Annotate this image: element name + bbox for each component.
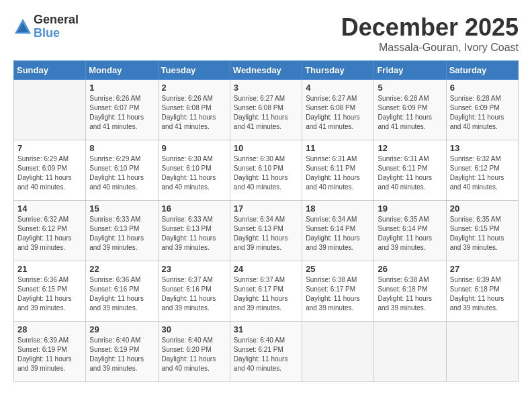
calendar-cell: 21Sunrise: 6:36 AM Sunset: 6:15 PM Dayli… <box>14 261 86 322</box>
calendar-cell <box>14 80 86 140</box>
day-number: 17 <box>234 203 298 214</box>
calendar-cell: 16Sunrise: 6:33 AM Sunset: 6:13 PM Dayli… <box>158 201 230 261</box>
day-number: 31 <box>234 324 298 334</box>
day-info: Sunrise: 6:31 AM Sunset: 6:11 PM Dayligh… <box>378 154 442 192</box>
calendar-cell <box>374 322 446 382</box>
weekday-header-cell: Thursday <box>302 61 374 80</box>
location-title: Massala-Gouran, Ivory Coast <box>341 42 519 54</box>
calendar-cell: 30Sunrise: 6:40 AM Sunset: 6:20 PM Dayli… <box>158 322 230 382</box>
calendar-cell: 11Sunrise: 6:31 AM Sunset: 6:11 PM Dayli… <box>302 140 374 201</box>
day-info: Sunrise: 6:28 AM Sunset: 6:09 PM Dayligh… <box>378 94 442 132</box>
calendar-cell: 7Sunrise: 6:29 AM Sunset: 6:09 PM Daylig… <box>14 140 86 201</box>
calendar-cell: 22Sunrise: 6:36 AM Sunset: 6:16 PM Dayli… <box>86 261 158 322</box>
day-info: Sunrise: 6:33 AM Sunset: 6:13 PM Dayligh… <box>89 215 154 253</box>
day-number: 3 <box>234 83 298 93</box>
calendar-cell: 18Sunrise: 6:34 AM Sunset: 6:14 PM Dayli… <box>302 201 374 261</box>
calendar-week-row: 21Sunrise: 6:36 AM Sunset: 6:15 PM Dayli… <box>14 261 519 322</box>
day-number: 20 <box>450 203 515 214</box>
calendar-cell: 14Sunrise: 6:32 AM Sunset: 6:12 PM Dayli… <box>14 201 86 261</box>
day-info: Sunrise: 6:34 AM Sunset: 6:13 PM Dayligh… <box>234 215 298 253</box>
calendar-cell: 13Sunrise: 6:32 AM Sunset: 6:12 PM Dayli… <box>446 140 518 201</box>
day-number: 28 <box>17 324 82 334</box>
weekday-header-cell: Tuesday <box>158 61 230 80</box>
day-number: 21 <box>17 264 82 274</box>
day-number: 27 <box>450 264 515 274</box>
calendar-cell: 28Sunrise: 6:39 AM Sunset: 6:19 PM Dayli… <box>14 322 86 382</box>
day-number: 12 <box>378 143 442 153</box>
calendar-cell: 23Sunrise: 6:37 AM Sunset: 6:16 PM Dayli… <box>158 261 230 322</box>
day-number: 23 <box>162 264 226 274</box>
day-number: 22 <box>89 264 154 274</box>
day-info: Sunrise: 6:28 AM Sunset: 6:09 PM Dayligh… <box>450 94 515 132</box>
month-title: December 2025 <box>341 13 519 42</box>
weekday-header-cell: Saturday <box>446 61 518 80</box>
day-info: Sunrise: 6:36 AM Sunset: 6:15 PM Dayligh… <box>17 275 82 313</box>
calendar-cell: 31Sunrise: 6:40 AM Sunset: 6:21 PM Dayli… <box>230 322 302 382</box>
weekday-header-cell: Sunday <box>14 61 86 80</box>
day-number: 5 <box>378 83 442 93</box>
day-number: 18 <box>306 203 370 214</box>
day-number: 11 <box>306 143 370 153</box>
page-header: General Blue December 2025 Massala-Goura… <box>13 13 519 54</box>
day-info: Sunrise: 6:30 AM Sunset: 6:10 PM Dayligh… <box>234 154 298 192</box>
calendar-cell: 26Sunrise: 6:38 AM Sunset: 6:18 PM Dayli… <box>374 261 446 322</box>
calendar-week-row: 1Sunrise: 6:26 AM Sunset: 6:07 PM Daylig… <box>14 80 519 140</box>
calendar-body: 1Sunrise: 6:26 AM Sunset: 6:07 PM Daylig… <box>14 80 519 382</box>
calendar-cell: 3Sunrise: 6:27 AM Sunset: 6:08 PM Daylig… <box>230 80 302 140</box>
logo: General Blue <box>13 13 79 40</box>
calendar-cell: 15Sunrise: 6:33 AM Sunset: 6:13 PM Dayli… <box>86 201 158 261</box>
calendar-cell: 1Sunrise: 6:26 AM Sunset: 6:07 PM Daylig… <box>86 80 158 140</box>
logo-text: General Blue <box>34 13 79 40</box>
day-info: Sunrise: 6:34 AM Sunset: 6:14 PM Dayligh… <box>306 215 370 253</box>
day-info: Sunrise: 6:32 AM Sunset: 6:12 PM Dayligh… <box>450 154 515 192</box>
calendar-cell: 8Sunrise: 6:29 AM Sunset: 6:10 PM Daylig… <box>86 140 158 201</box>
calendar-table: SundayMondayTuesdayWednesdayThursdayFrid… <box>13 60 519 382</box>
day-number: 30 <box>162 324 226 334</box>
day-number: 4 <box>306 83 370 93</box>
calendar-cell: 5Sunrise: 6:28 AM Sunset: 6:09 PM Daylig… <box>374 80 446 140</box>
day-info: Sunrise: 6:35 AM Sunset: 6:14 PM Dayligh… <box>378 215 442 253</box>
day-info: Sunrise: 6:40 AM Sunset: 6:21 PM Dayligh… <box>234 336 298 373</box>
logo-blue: Blue <box>34 27 79 40</box>
day-number: 25 <box>306 264 370 274</box>
day-number: 19 <box>378 203 442 214</box>
day-number: 1 <box>89 83 154 93</box>
day-number: 7 <box>17 143 82 153</box>
day-number: 6 <box>450 83 515 93</box>
day-info: Sunrise: 6:37 AM Sunset: 6:17 PM Dayligh… <box>234 275 298 313</box>
day-number: 26 <box>378 264 442 274</box>
day-info: Sunrise: 6:27 AM Sunset: 6:08 PM Dayligh… <box>306 94 370 132</box>
calendar-cell: 20Sunrise: 6:35 AM Sunset: 6:15 PM Dayli… <box>446 201 518 261</box>
day-info: Sunrise: 6:38 AM Sunset: 6:18 PM Dayligh… <box>378 275 442 313</box>
calendar-cell <box>446 322 518 382</box>
calendar-week-row: 28Sunrise: 6:39 AM Sunset: 6:19 PM Dayli… <box>14 322 519 382</box>
day-info: Sunrise: 6:40 AM Sunset: 6:19 PM Dayligh… <box>89 336 154 373</box>
day-number: 14 <box>17 203 82 214</box>
day-info: Sunrise: 6:27 AM Sunset: 6:08 PM Dayligh… <box>234 94 298 132</box>
calendar-cell: 12Sunrise: 6:31 AM Sunset: 6:11 PM Dayli… <box>374 140 446 201</box>
day-info: Sunrise: 6:26 AM Sunset: 6:08 PM Dayligh… <box>162 94 226 132</box>
day-number: 29 <box>89 324 154 334</box>
calendar-cell: 9Sunrise: 6:30 AM Sunset: 6:10 PM Daylig… <box>158 140 230 201</box>
day-info: Sunrise: 6:39 AM Sunset: 6:19 PM Dayligh… <box>17 336 82 373</box>
day-info: Sunrise: 6:38 AM Sunset: 6:17 PM Dayligh… <box>306 275 370 313</box>
day-number: 24 <box>234 264 298 274</box>
logo-icon <box>13 17 32 36</box>
day-info: Sunrise: 6:40 AM Sunset: 6:20 PM Dayligh… <box>162 336 226 373</box>
calendar-cell: 25Sunrise: 6:38 AM Sunset: 6:17 PM Dayli… <box>302 261 374 322</box>
calendar-cell: 2Sunrise: 6:26 AM Sunset: 6:08 PM Daylig… <box>158 80 230 140</box>
day-info: Sunrise: 6:30 AM Sunset: 6:10 PM Dayligh… <box>162 154 226 192</box>
day-info: Sunrise: 6:32 AM Sunset: 6:12 PM Dayligh… <box>17 215 82 253</box>
weekday-header-cell: Monday <box>86 61 158 80</box>
weekday-header-row: SundayMondayTuesdayWednesdayThursdayFrid… <box>14 61 519 80</box>
day-info: Sunrise: 6:35 AM Sunset: 6:15 PM Dayligh… <box>450 215 515 253</box>
day-number: 13 <box>450 143 515 153</box>
day-number: 8 <box>89 143 154 153</box>
calendar-cell: 4Sunrise: 6:27 AM Sunset: 6:08 PM Daylig… <box>302 80 374 140</box>
calendar-cell: 29Sunrise: 6:40 AM Sunset: 6:19 PM Dayli… <box>86 322 158 382</box>
day-info: Sunrise: 6:31 AM Sunset: 6:11 PM Dayligh… <box>306 154 370 192</box>
day-number: 15 <box>89 203 154 214</box>
weekday-header-cell: Friday <box>374 61 446 80</box>
day-info: Sunrise: 6:26 AM Sunset: 6:07 PM Dayligh… <box>89 94 154 132</box>
calendar-cell: 10Sunrise: 6:30 AM Sunset: 6:10 PM Dayli… <box>230 140 302 201</box>
